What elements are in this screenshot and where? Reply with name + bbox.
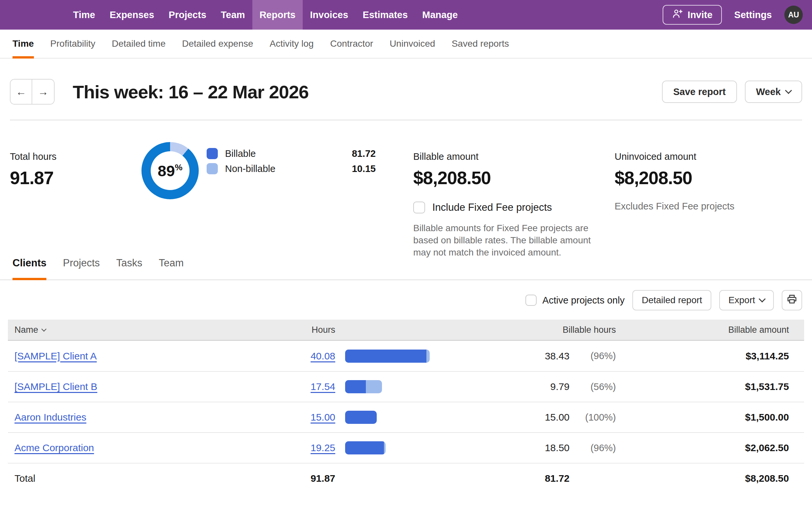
group-tab-clients[interactable]: Clients: [12, 257, 47, 279]
hours-link[interactable]: 19.25: [311, 442, 335, 453]
hours-link[interactable]: 40.08: [311, 351, 335, 361]
table-row: [SAMPLE] Client B 17.54 9.79 (56%) $1,53…: [8, 371, 804, 402]
report-tab-activity-log[interactable]: Activity log: [270, 30, 314, 58]
group-tab-team[interactable]: Team: [159, 257, 184, 279]
chevron-down-icon: [41, 326, 47, 331]
prev-week-button[interactable]: ←: [10, 80, 32, 104]
week-pager: ← →: [10, 79, 55, 104]
period-dropdown[interactable]: Week: [745, 81, 802, 103]
table-total-row: Total 91.87 81.72 $8,208.50: [8, 463, 804, 493]
hours-bar: [345, 380, 382, 393]
chevron-down-icon: [785, 87, 792, 94]
billable-percent-cell: (96%): [570, 443, 616, 453]
table-row: [SAMPLE] Client A 40.08 38.43 (96%) $3,1…: [8, 341, 804, 371]
report-tab-time[interactable]: Time: [12, 30, 34, 58]
nav-item-invoices[interactable]: Invoices: [303, 0, 355, 30]
billable-amount-cell: $1,531.75: [616, 381, 789, 392]
billable-hours-cell: 9.79: [493, 381, 570, 392]
include-fixed-fee-checkbox[interactable]: [413, 202, 425, 213]
uninvoiced-amount-label: Uninvoiced amount: [615, 151, 734, 162]
client-link[interactable]: [SAMPLE] Client B: [14, 381, 97, 392]
header-actions: Save report Week: [662, 81, 802, 103]
uninvoiced-note: Excludes Fixed Fee projects: [615, 201, 734, 212]
billable-label: Billable: [225, 148, 352, 159]
billable-amount-cell: $1,500.00: [616, 412, 789, 423]
billable-amount-label: Billable amount: [413, 151, 598, 162]
group-tab-bar: Clients Projects Tasks Team: [0, 249, 812, 280]
uninvoiced-amount-value: $8,208.50: [615, 168, 734, 188]
table-row: Aaron Industries 15.00 15.00 (100%) $1,5…: [8, 402, 804, 432]
print-button[interactable]: [782, 290, 802, 310]
report-tab-profitability[interactable]: Profitability: [50, 30, 95, 58]
billable-amount-value: $8,208.50: [413, 168, 598, 188]
page-title: This week: 16 – 22 Mar 2026: [73, 81, 309, 102]
legend-row-billable: Billable 81.72: [207, 146, 376, 161]
billable-percent-cell: (100%): [570, 412, 616, 423]
total-billable-hours-cell: 81.72: [493, 473, 570, 484]
arrow-left-icon: ←: [16, 86, 26, 98]
total-hours-label: Total hours: [10, 151, 57, 162]
nonbillable-label: Non-billable: [225, 163, 352, 174]
nav-item-reports[interactable]: Reports: [252, 0, 303, 30]
invite-button[interactable]: Invite: [663, 5, 722, 25]
client-link[interactable]: [SAMPLE] Client A: [14, 351, 97, 361]
client-link[interactable]: Acme Corporation: [14, 442, 94, 453]
group-tab-projects[interactable]: Projects: [63, 257, 100, 279]
total-hours-stat: Total hours 91.87: [10, 151, 57, 188]
hours-link[interactable]: 17.54: [311, 381, 335, 392]
nonbillable-hours-value: 10.15: [352, 163, 376, 174]
fixed-fee-note: Billable amounts for Fixed Fee projects …: [413, 222, 598, 259]
settings-link[interactable]: Settings: [734, 9, 772, 20]
report-tab-contractor[interactable]: Contractor: [330, 30, 373, 58]
report-tab-uninvoiced[interactable]: Uninvoiced: [389, 30, 435, 58]
include-fixed-fee-label[interactable]: Include Fixed Fee projects: [432, 202, 552, 213]
detailed-report-button[interactable]: Detailed report: [632, 290, 711, 310]
billable-hours-value: 81.72: [352, 148, 376, 159]
billable-percent-cell: (56%): [570, 382, 616, 392]
billable-amount-cell: $3,114.25: [616, 351, 789, 362]
billable-donut-chart: 89%: [142, 142, 199, 199]
total-billable-amount-cell: $8,208.50: [616, 473, 789, 484]
printer-icon: [786, 294, 798, 307]
chevron-down-icon: [759, 295, 765, 302]
active-projects-checkbox[interactable]: [525, 295, 536, 306]
nav-item-team[interactable]: Team: [213, 0, 252, 30]
report-tab-detailed-expense[interactable]: Detailed expense: [182, 30, 253, 58]
nav-item-projects[interactable]: Projects: [162, 0, 213, 30]
total-hours-value: 91.87: [10, 168, 57, 188]
billable-hours-cell: 15.00: [493, 412, 570, 423]
hours-bar: [345, 350, 430, 363]
nav-item-estimates[interactable]: Estimates: [355, 0, 415, 30]
table-controls: Active projects only Detailed report Exp…: [10, 290, 802, 310]
billable-percent: 89%: [157, 162, 182, 180]
nonbillable-swatch-icon: [207, 163, 218, 174]
hours-link[interactable]: 15.00: [311, 412, 335, 423]
hours-bar: [345, 411, 377, 424]
table-header-row: Name Hours Billable hours Billable amoun…: [8, 320, 804, 341]
next-week-button[interactable]: →: [32, 80, 54, 104]
page-header: ← → This week: 16 – 22 Mar 2026 Save rep…: [0, 59, 812, 104]
active-projects-label[interactable]: Active projects only: [543, 295, 625, 306]
uninvoiced-amount-stat: Uninvoiced amount $8,208.50 Excludes Fix…: [615, 151, 734, 212]
billable-percent-cell: (96%): [570, 351, 616, 361]
group-tab-tasks[interactable]: Tasks: [116, 257, 142, 279]
save-report-button[interactable]: Save report: [662, 81, 737, 103]
report-tab-bar: Time Profitability Detailed time Detaile…: [0, 30, 812, 59]
billable-amount-cell: $2,062.50: [616, 442, 789, 453]
total-hours-cell: 91.87: [248, 473, 335, 484]
export-dropdown[interactable]: Export: [719, 290, 774, 310]
arrow-right-icon: →: [38, 86, 48, 98]
billable-amount-stat: Billable amount $8,208.50 Include Fixed …: [413, 151, 598, 259]
column-header-name[interactable]: Name: [8, 325, 248, 335]
active-projects-row: Active projects only: [525, 295, 625, 306]
avatar[interactable]: AU: [784, 6, 803, 24]
clients-table: Name Hours Billable hours Billable amoun…: [8, 320, 804, 493]
hours-bar: [345, 441, 386, 454]
nav-item-manage[interactable]: Manage: [415, 0, 465, 30]
nav-item-expenses[interactable]: Expenses: [102, 0, 161, 30]
report-tab-detailed-time[interactable]: Detailed time: [112, 30, 166, 58]
report-tab-saved-reports[interactable]: Saved reports: [452, 30, 509, 58]
include-fixed-fee-row: Include Fixed Fee projects: [413, 202, 598, 213]
client-link[interactable]: Aaron Industries: [14, 412, 86, 423]
nav-item-time[interactable]: Time: [66, 0, 102, 30]
